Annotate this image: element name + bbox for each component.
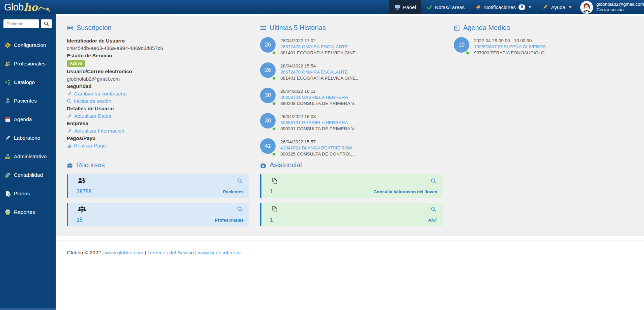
- status-dot-icon: [466, 51, 470, 55]
- search-input[interactable]: [3, 19, 39, 28]
- search-button[interactable]: [41, 19, 52, 28]
- badge-number: 26: [265, 67, 271, 73]
- layers-icon: [5, 172, 11, 178]
- sidebar-item-agenda[interactable]: Agenda: [0, 110, 56, 129]
- appointment-time: 2022-04-29 09:00 - 10:00:00: [474, 38, 548, 44]
- footer-link-terminos[interactable]: Terminos del Sevicio: [147, 250, 194, 255]
- nav-item-notas-tareas[interactable]: Notas/Tareas: [421, 0, 470, 14]
- change-password-link[interactable]: Cambiar su contraseña: [67, 90, 251, 97]
- sidebar-item-planos[interactable]: Planos: [0, 184, 56, 203]
- patient-link[interactable]: 26572470 OMAIRA ESCALANTE: [280, 69, 348, 75]
- search-icon[interactable]: [237, 206, 243, 212]
- badge-number: 26: [265, 42, 271, 48]
- sidebar-item-reportes[interactable]: Reportes: [0, 203, 56, 221]
- field-label: Estado de Servicio: [67, 52, 251, 59]
- list-item: 41 26/04/2022 15:57 41342021 BLANCA BEAT…: [260, 138, 444, 157]
- sidebar-item-label: Reportes: [14, 209, 35, 215]
- monitor-icon: [395, 4, 400, 10]
- footer: Globho © 2022 | www.globho.com | Termino…: [56, 241, 644, 255]
- sidebar-item-label: Planos: [14, 191, 30, 197]
- app-logo[interactable]: Globho: [0, 0, 56, 14]
- recursos-section: Recursos 38758 Pacientes: [67, 161, 249, 231]
- stat-label[interactable]: Pacientes: [223, 189, 244, 194]
- agenda-section: Agenda Medica 10 2022-04-29 09:00 - 10:0…: [454, 24, 636, 62]
- subscription-section: Suscripcion Identificador de Usuario c48…: [67, 24, 251, 149]
- link-label: Inicios de sesión: [74, 97, 111, 105]
- sidebar-item-label: Agenda: [14, 116, 32, 122]
- search-icon[interactable]: [431, 178, 437, 184]
- link-label: Actualizar Datos: [74, 112, 111, 120]
- nav-item-notificaciones[interactable]: Notificaciones 0: [470, 0, 537, 14]
- record-service: 881401 ECOGRAFIA PELVICA GINE...: [280, 50, 360, 56]
- nav-item-panel[interactable]: Panel: [389, 0, 421, 14]
- record-service: 881401 ECOGRAFIA PELVICA GINE...: [280, 75, 360, 81]
- list-item: 10 2022-04-29 09:00 - 10:00:00 109590637…: [454, 37, 636, 56]
- user-info: globholab2@gmail.com Cerrar sesión: [596, 2, 644, 12]
- search-icon[interactable]: [431, 206, 437, 212]
- calendar-icon: [5, 116, 11, 122]
- patient-badge: 26: [260, 37, 276, 53]
- stat-card-ant: 1 ANT: [260, 203, 443, 226]
- update-info-link[interactable]: Actualizar Informacion: [67, 127, 251, 135]
- stat-label[interactable]: ANT: [428, 218, 437, 223]
- sidebar-item-administrativo[interactable]: Administrativo: [0, 147, 56, 166]
- update-data-link[interactable]: Actualizar Datos: [67, 112, 251, 120]
- patient-badge: 30: [260, 88, 276, 103]
- email-value: globholab2@gmail.com: [67, 75, 251, 83]
- link-label: Cambiar su contraseña: [74, 90, 127, 97]
- patient-link[interactable]: 30858701 GABRIELA HERRERA: [280, 120, 348, 126]
- record-service: 890201 CONSULTA DE PRIMERA V...: [280, 126, 358, 132]
- sidebar-item-contabilidad[interactable]: Contabilidad: [0, 166, 56, 184]
- footer-link-globho[interactable]: www.globho.com: [105, 250, 143, 255]
- top-nav-menu: Panel Notas/Tareas Notificaciones 0: [389, 0, 644, 14]
- nav-item-label: Ayuda: [551, 4, 565, 10]
- subscription-icon: [67, 25, 73, 31]
- chevron-down-icon: [569, 6, 571, 8]
- badge-number: 10: [458, 42, 465, 48]
- blocks-icon: [5, 153, 11, 160]
- avatar[interactable]: [580, 1, 593, 14]
- users-icon: [5, 61, 11, 67]
- agenda-header: Agenda Medica: [454, 24, 636, 32]
- main-content: Suscripcion Identificador de Usuario c48…: [56, 14, 644, 310]
- patient-icon: [5, 98, 11, 104]
- patient-link[interactable]: 30858701 GABRIELA HERRERA: [280, 94, 348, 101]
- sidebar-item-configuracion[interactable]: Configuracion: [0, 36, 56, 54]
- section-title: Recursos: [76, 161, 105, 169]
- section-title: Asistencial: [270, 161, 302, 169]
- separator: |: [195, 250, 197, 255]
- badge-number: 30: [265, 118, 271, 124]
- subscription-header: Suscripcion: [67, 24, 251, 32]
- record-date: 26/04/2022 15:57: [280, 139, 357, 145]
- bullhorn-icon: [475, 4, 481, 10]
- copy-icon: [271, 206, 278, 213]
- patient-link[interactable]: 109590637 FABI PEÑA OLIVEROS: [474, 44, 546, 50]
- search-icon[interactable]: [237, 178, 243, 184]
- sidebar-item-profesionales[interactable]: Profesionales: [0, 54, 56, 73]
- patient-link[interactable]: 26572470 OMAIRA ESCALANTE: [280, 44, 348, 50]
- logins-link[interactable]: Inicios de sesión: [67, 97, 251, 105]
- sidebar-item-pacientes[interactable]: Pacientes: [0, 91, 56, 110]
- stat-value: 1: [270, 189, 273, 195]
- section-title: Suscripcion: [77, 24, 111, 32]
- patient-badge: 41: [260, 138, 276, 154]
- status-dot-icon: [272, 76, 276, 80]
- field-label: Detalles de Usuario: [67, 105, 251, 112]
- logout-link[interactable]: Cerrar sesión: [596, 7, 644, 12]
- section-title: Agenda Medica: [463, 24, 510, 32]
- field-label: Seguridad: [67, 83, 251, 90]
- nav-item-ayuda[interactable]: Ayuda: [537, 0, 577, 14]
- sidebar-item-catalogo[interactable]: Catalogo: [0, 73, 56, 91]
- patient-link[interactable]: 41342021 BLANCA BEATRIZ ROM...: [280, 145, 356, 151]
- stat-label[interactable]: Profesionales: [215, 218, 244, 223]
- make-payment-link[interactable]: Realizar Pago: [67, 142, 251, 149]
- chevron-down-icon: [529, 6, 531, 8]
- users-check-icon: [78, 177, 86, 184]
- footer-link-grafosoft[interactable]: www.grafosoft.com: [198, 250, 241, 255]
- sidebar-item-laboratorio[interactable]: Laboratorio: [0, 129, 56, 147]
- patient-badge: 30: [260, 113, 276, 129]
- medical-bag-icon: [260, 162, 266, 168]
- sidebar-item-label: Catalogo: [14, 79, 35, 85]
- stat-label[interactable]: Consulta Valoracion del Joven: [373, 189, 437, 194]
- nav-item-label: Panel: [403, 4, 416, 10]
